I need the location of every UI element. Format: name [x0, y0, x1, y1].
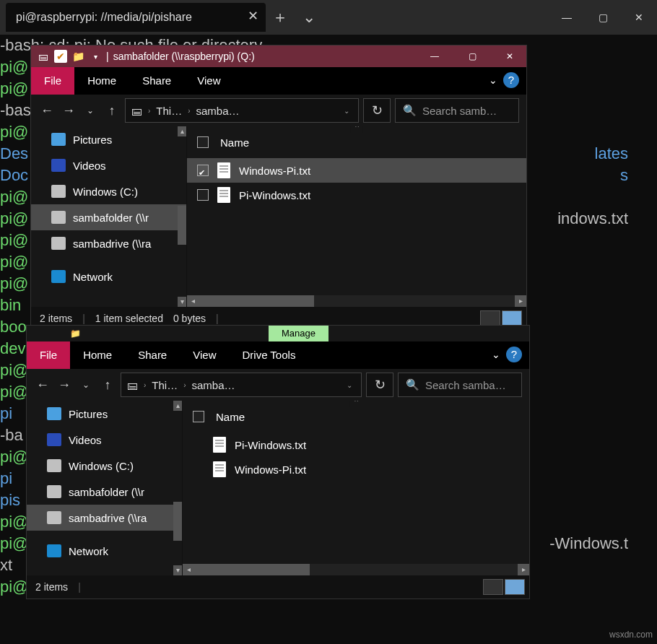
close-button[interactable]: ✕	[493, 45, 526, 67]
sidebar-item[interactable]: Network	[27, 538, 182, 564]
file-checkbox[interactable]	[197, 165, 209, 176]
text-file-icon	[217, 162, 230, 178]
view-details-button[interactable]	[480, 310, 500, 326]
file-name: Pi-Windows.txt	[239, 189, 310, 201]
file-checkbox[interactable]	[197, 189, 209, 201]
ribbon-share[interactable]: Share	[125, 341, 180, 369]
expand-icon[interactable]: ⌃	[351, 126, 363, 133]
column-name[interactable]: Name	[216, 411, 245, 423]
scroll-down[interactable]: ▾	[173, 565, 182, 575]
new-tab-button[interactable]: ＋	[266, 6, 295, 28]
sidebar-item[interactable]: Network	[31, 264, 186, 290]
search-input[interactable]: 🔍 Search samba…	[398, 373, 522, 397]
help-icon[interactable]: ?	[506, 347, 522, 362]
column-name[interactable]: Name	[220, 136, 249, 149]
scroll-thumb[interactable]	[178, 206, 186, 245]
crumb-samba[interactable]: samba…	[196, 105, 240, 117]
hscroll-thumb[interactable]	[194, 564, 310, 575]
sidebar-item-label: sambadrive (\\ra	[73, 238, 151, 250]
crumb-thispc[interactable]: Thi…	[156, 105, 182, 117]
select-all-checkbox[interactable]	[197, 136, 209, 148]
ribbon-view[interactable]: View	[180, 341, 229, 369]
scroll-left[interactable]: ◂	[183, 564, 194, 575]
drive-icon: 🖴	[131, 105, 142, 117]
history-dropdown[interactable]: ⌄	[77, 376, 95, 393]
search-input[interactable]: 🔍 Search samb…	[395, 98, 519, 123]
back-button[interactable]: ←	[38, 102, 56, 119]
refresh-button[interactable]: ↻	[366, 373, 393, 397]
file-row[interactable]: Windows-Pi.txt	[187, 158, 526, 183]
up-button[interactable]: ↑	[103, 102, 121, 119]
crumb-samba[interactable]: samba…	[192, 379, 235, 391]
view-icons-button[interactable]	[505, 579, 525, 595]
sidebar-item[interactable]: sambafolder (\\r	[31, 204, 186, 230]
ribbon-expand-icon[interactable]: ⌄	[489, 74, 497, 86]
minimize-button[interactable]	[549, 0, 585, 35]
crumb-thispc[interactable]: Thi…	[152, 379, 178, 391]
ribbon-file[interactable]: File	[27, 341, 70, 369]
files-pane[interactable]: ⌃ Name Pi-Windows.txtWindows-Pi.txt ◂▸	[183, 401, 529, 575]
scroll-right[interactable]: ▸	[518, 564, 529, 575]
forward-button[interactable]: →	[56, 376, 73, 393]
sidebar-item[interactable]: Pictures	[27, 401, 182, 427]
close-icon[interactable]: ✕	[248, 8, 258, 24]
net-icon	[51, 270, 66, 283]
select-all-checkbox[interactable]	[193, 411, 204, 422]
file-row[interactable]: Windows-Pi.txt	[183, 457, 529, 482]
terminal-tab[interactable]: pi@raspberrypi: //media/pi/pishare ✕	[6, 3, 266, 32]
nav-row: ← → ⌄ ↑ 🖴› Thi…› samba… ⌄ ↻ 🔍 Search sam…	[27, 369, 529, 401]
history-dropdown[interactable]: ⌄	[82, 102, 99, 119]
close-button[interactable]	[621, 0, 657, 35]
help-icon[interactable]: ?	[503, 72, 519, 88]
scroll-up[interactable]: ▴	[173, 401, 182, 411]
ribbon-home[interactable]: Home	[70, 341, 125, 369]
up-button[interactable]: ↑	[99, 376, 116, 393]
explorer1-title: sambafolder (\\raspberrypi) (Q:)	[113, 51, 255, 62]
file-row[interactable]: Pi-Windows.txt	[183, 432, 529, 457]
ribbon-file[interactable]: File	[31, 67, 74, 95]
sidebar-item[interactable]: Windows (C:)	[31, 178, 186, 204]
scroll-left[interactable]: ◂	[187, 295, 199, 307]
sidebar-item[interactable]: Pictures	[31, 126, 186, 152]
explorer1-titlebar[interactable]: 🖴 ✔ 📁 ▾ | sambafolder (\\raspberrypi) (Q…	[31, 45, 526, 67]
qat-dropdown-icon[interactable]: ▾	[89, 50, 102, 63]
scroll-thumb[interactable]	[173, 502, 182, 541]
tab-dropdown[interactable]: ⌄	[295, 8, 323, 27]
ribbon-drivetools[interactable]: Drive Tools	[229, 341, 308, 369]
maximize-button[interactable]: ▢	[456, 45, 489, 67]
sidebar-item-label: Windows (C:)	[69, 460, 134, 472]
sidebar-item[interactable]: sambafolder (\\r	[27, 479, 182, 505]
sidebar-item[interactable]: sambadrive (\\ra	[27, 505, 182, 531]
ribbon-share[interactable]: Share	[129, 67, 184, 95]
view-icons-button[interactable]	[502, 310, 522, 326]
address-bar[interactable]: 🖴› Thi…› samba… ⌄	[125, 98, 359, 123]
hscroll-thumb[interactable]	[199, 295, 314, 307]
address-bar[interactable]: 🖴› Thi…› samba… ⌄	[121, 373, 362, 397]
maximize-button[interactable]	[585, 0, 621, 35]
scroll-right[interactable]: ▸	[515, 295, 526, 307]
back-button[interactable]: ←	[34, 376, 51, 393]
sidebar-item[interactable]: Videos	[27, 427, 182, 453]
status-selected: 1 item selected	[95, 313, 163, 324]
files-pane[interactable]: ⌃ Name Windows-Pi.txtPi-Windows.txt ◂▸	[187, 126, 526, 307]
status-items: 2 items	[35, 581, 68, 593]
scroll-down[interactable]: ▾	[178, 297, 186, 307]
search-placeholder: Search samb…	[422, 105, 497, 117]
forward-button[interactable]: →	[60, 102, 77, 119]
scroll-up[interactable]: ▴	[178, 126, 186, 136]
sidebar-item[interactable]: Windows (C:)	[27, 453, 182, 479]
file-row[interactable]: Pi-Windows.txt	[187, 183, 526, 207]
ribbon-home[interactable]: Home	[74, 67, 129, 95]
sidebar-item[interactable]: sambadrive (\\ra	[31, 230, 186, 256]
expand-icon[interactable]: ⌃	[350, 401, 362, 407]
refresh-button[interactable]: ↻	[363, 98, 391, 123]
sidebar-item[interactable]: Videos	[31, 152, 186, 178]
minimize-button[interactable]: —	[418, 45, 451, 67]
view-details-button[interactable]	[483, 579, 503, 595]
search-icon: 🔍	[403, 104, 417, 117]
sidebar-item-label: Network	[73, 271, 113, 283]
ribbon-view[interactable]: View	[184, 67, 233, 95]
ribbon-expand-icon[interactable]: ⌄	[492, 349, 500, 360]
vid-icon	[47, 433, 61, 446]
file-name: Windows-Pi.txt	[239, 165, 310, 177]
